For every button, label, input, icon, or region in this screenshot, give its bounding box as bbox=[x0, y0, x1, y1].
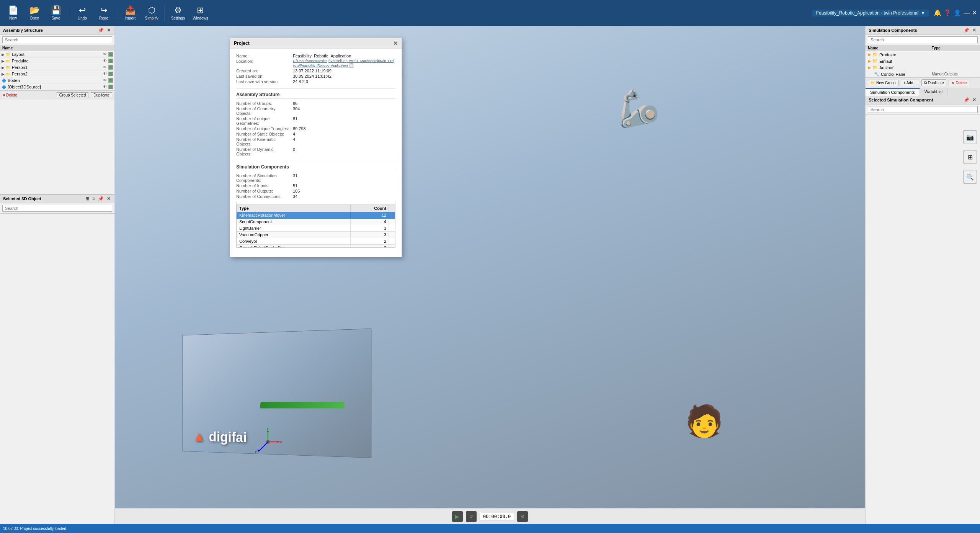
assembly-search-input[interactable] bbox=[2, 36, 112, 43]
type-cell: GenericRobotController bbox=[237, 245, 351, 248]
simplify-button[interactable]: ⬡ Simplify bbox=[142, 2, 162, 25]
count-column-header: Count bbox=[350, 205, 389, 212]
selected-sim-search bbox=[866, 105, 980, 115]
play-button[interactable]: ▶ bbox=[452, 511, 463, 522]
sim-comp-action-bar: 📁 New Group + Add... ⧉ Duplicate ✕ Delet… bbox=[866, 77, 980, 88]
duplicate-button[interactable]: Duplicate bbox=[91, 92, 112, 98]
dynamic-obj-label: Number of Dynamic Objects: bbox=[236, 147, 290, 156]
sim-item-einlauf[interactable]: ▶ 📁 Einlauf bbox=[866, 58, 980, 64]
visibility-icon[interactable]: 👁 bbox=[102, 85, 108, 89]
camera-button[interactable]: 📷 bbox=[963, 130, 977, 144]
table-row[interactable]: VacuumGripper 3 bbox=[237, 232, 395, 238]
pin-icon[interactable]: 📌 bbox=[963, 97, 970, 103]
close-panel-icon[interactable]: ✕ bbox=[106, 28, 111, 33]
sim-item-control-panel[interactable]: 🔧 Control Panel ManualOutputs bbox=[866, 71, 980, 77]
folder-icon: 📁 bbox=[872, 52, 878, 57]
toolbar-sep-3 bbox=[165, 5, 165, 21]
import-button[interactable]: 📥 Import bbox=[120, 2, 140, 25]
pin-icon[interactable]: 📌 bbox=[97, 196, 105, 201]
tree-item-produkte[interactable]: ▶ 📁 Produkte 👁 bbox=[0, 58, 114, 64]
table-row[interactable]: Conveyor 2 bbox=[237, 238, 395, 245]
visibility-icon[interactable]: 👁 bbox=[102, 78, 108, 83]
windows-button[interactable]: ⊞ Windows bbox=[189, 2, 211, 25]
user-icon[interactable]: 👤 bbox=[954, 9, 961, 16]
duplicate-button[interactable]: ⧉ Duplicate bbox=[921, 79, 947, 86]
delete-button[interactable]: ✕ Delete bbox=[949, 80, 969, 86]
sim-item-produkte[interactable]: ▶ 📁 Produkte bbox=[866, 51, 980, 58]
close-icon[interactable]: ✕ bbox=[972, 28, 977, 33]
location-value[interactable]: C:\Users\smart\Desktop\Vorstellung_twin\… bbox=[293, 59, 395, 68]
group-selected-button[interactable]: Group Selected bbox=[57, 92, 89, 98]
modal-title: Project bbox=[234, 41, 250, 46]
color-swatch[interactable] bbox=[108, 59, 113, 63]
help-icon[interactable]: ❓ bbox=[944, 9, 951, 16]
color-swatch[interactable] bbox=[108, 78, 113, 83]
close-icon[interactable]: ✕ bbox=[106, 196, 111, 201]
tab-simulation-components[interactable]: Simulation Components bbox=[866, 88, 920, 96]
sim-comp-tabs: Simulation Components WatchList bbox=[866, 88, 980, 96]
location-label: Location: bbox=[236, 59, 290, 68]
visibility-icon[interactable]: 👁 bbox=[102, 52, 108, 57]
visibility-icon[interactable]: 👁 bbox=[102, 59, 108, 63]
undo-button[interactable]: ↩ Undo bbox=[72, 2, 92, 25]
toolbar-sep-2 bbox=[117, 5, 117, 21]
selected-3d-panel: Selected 3D Object ⊞ ≡ 📌 ✕ bbox=[0, 195, 114, 525]
new-button[interactable]: 📄 New bbox=[3, 2, 23, 25]
sim-table-body: KinematicRotationMover 12 ScriptComponen… bbox=[237, 212, 395, 248]
reset-button[interactable]: ↺ bbox=[466, 511, 477, 522]
tree-item-layout[interactable]: ▶ 📁 Layout 👁 bbox=[0, 51, 114, 58]
tab-watchlist[interactable]: WatchList bbox=[920, 88, 948, 96]
color-swatch[interactable] bbox=[108, 85, 113, 89]
grid-button[interactable]: ⊞ bbox=[963, 150, 977, 164]
assembly-structure-title: Assembly Structure bbox=[3, 28, 43, 33]
tree-item-boden[interactable]: 🔷 Boden 👁 bbox=[0, 77, 114, 84]
created-on-label: Created on: bbox=[236, 69, 290, 73]
notification-icon[interactable]: 🔔 bbox=[934, 9, 941, 16]
redo-button[interactable]: ↪ Redo bbox=[94, 2, 114, 25]
sim-comp-col-header: Name Type bbox=[866, 45, 980, 51]
visibility-icon[interactable]: 👁 bbox=[102, 65, 108, 70]
viewport-3d[interactable]: ▲ digifai 🦾 🧑 x y bbox=[115, 26, 865, 508]
color-swatch[interactable] bbox=[108, 52, 113, 57]
svg-line-5 bbox=[258, 442, 268, 451]
count-cell: 4 bbox=[350, 219, 389, 225]
open-button[interactable]: 📂 Open bbox=[24, 2, 44, 25]
add-button[interactable]: + Add... bbox=[901, 80, 919, 86]
sim-table-scroll[interactable]: Type Count bbox=[236, 202, 395, 248]
close-icon[interactable]: ✕ bbox=[972, 97, 977, 103]
new-group-button[interactable]: 📁 New Group bbox=[868, 80, 898, 86]
panel-header-buttons: ⊞ ≡ 📌 ✕ bbox=[85, 196, 111, 201]
table-row[interactable]: ScriptComponent 4 bbox=[237, 219, 395, 225]
type-cell: LightBarrier bbox=[237, 225, 351, 232]
selected-sim-search-input[interactable] bbox=[868, 106, 978, 113]
settings-playback-button[interactable]: ⚙ bbox=[517, 511, 528, 522]
modal-close-button[interactable]: ✕ bbox=[393, 40, 398, 46]
sim-comp-search-input[interactable] bbox=[868, 36, 978, 43]
minimize-icon[interactable]: — bbox=[964, 10, 970, 16]
visibility-icon[interactable]: 👁 bbox=[102, 72, 108, 76]
table-row[interactable]: GenericRobotController 2 bbox=[237, 245, 395, 248]
search-camera-button[interactable]: 🔍 bbox=[963, 170, 977, 184]
color-swatch[interactable] bbox=[108, 65, 113, 70]
selected-3d-header: Selected 3D Object ⊞ ≡ 📌 ✕ bbox=[0, 195, 114, 203]
tree-item-person1[interactable]: ▶ 📁 Person1 👁 bbox=[0, 64, 114, 71]
table-row[interactable]: LightBarrier 3 bbox=[237, 225, 395, 232]
pin-icon[interactable]: 📌 bbox=[963, 28, 970, 33]
delete-button[interactable]: ✕ Delete bbox=[2, 93, 17, 97]
settings-button[interactable]: ⚙ Settings bbox=[168, 2, 188, 25]
list-icon[interactable]: ≡ bbox=[91, 196, 96, 201]
dropdown-icon[interactable]: ▼ bbox=[921, 10, 925, 16]
grid-icon[interactable]: ⊞ bbox=[85, 196, 90, 201]
right-panel: Simulation Components 📌 ✕ Name Type ▶ 📁 … bbox=[865, 26, 980, 533]
digifai-logo-text: ▲ digifai bbox=[193, 429, 247, 446]
table-row[interactable]: KinematicRotationMover 12 bbox=[237, 212, 395, 219]
tree-item-object3dsource[interactable]: 🔷 [Object3DSource] 👁 bbox=[0, 84, 114, 90]
close-icon[interactable]: ✕ bbox=[972, 9, 977, 16]
tree-item-person2[interactable]: ▶ 📁 Person2 👁 bbox=[0, 71, 114, 77]
selected-3d-search-input[interactable] bbox=[2, 205, 112, 212]
undo-icon: ↩ bbox=[79, 5, 86, 15]
color-swatch[interactable] bbox=[108, 72, 113, 76]
pin-icon[interactable]: 📌 bbox=[97, 28, 105, 33]
sim-item-auslauf[interactable]: ▶ 📁 Auslauf bbox=[866, 64, 980, 71]
save-button[interactable]: 💾 Save bbox=[46, 2, 66, 25]
